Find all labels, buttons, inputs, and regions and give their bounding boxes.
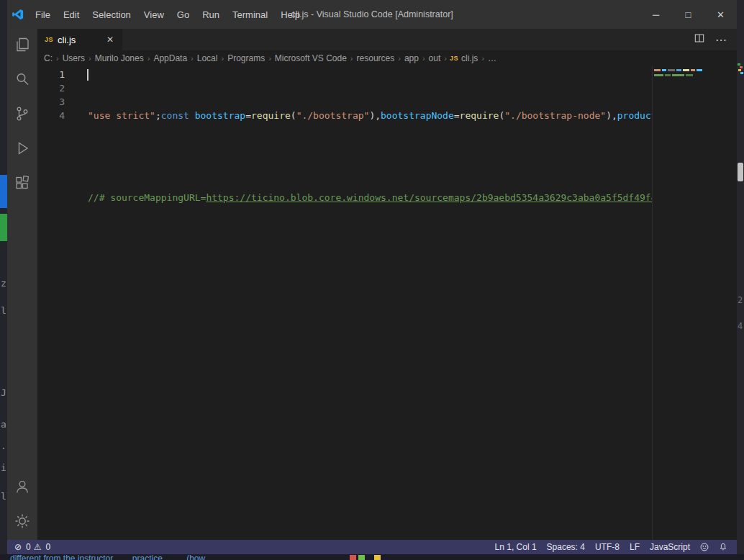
breadcrumb-file[interactable]: cli.js [461,53,478,63]
line-number-gutter: 1 2 3 4 [37,66,71,540]
background-speckle [740,72,743,74]
code-token: ( [291,110,296,121]
menu-selection[interactable]: Selection [86,6,137,23]
breadcrumb-item[interactable]: Microsoft VS Code [274,53,348,63]
breadcrumb-item[interactable]: Local [196,53,219,63]
sourcemap-url-link[interactable]: https://ticino.blob.core.windows.net/sou… [206,192,662,203]
menu-help[interactable]: Help [274,6,307,23]
chevron-right-icon: › [481,54,484,63]
source-control-button[interactable] [7,98,37,132]
code-line-2 [88,150,737,163]
menu-run[interactable]: Run [196,6,226,23]
tab-bar: JS cli.js ✕ ⋯ [37,29,737,50]
language-mode-status[interactable]: JavaScript [645,542,695,552]
cursor-position-status[interactable]: Ln 1, Col 1 [490,542,542,552]
line-number: 3 [37,95,65,109]
breadcrumb-item[interactable]: C: [43,53,53,63]
line-number: 1 [37,68,65,81]
background-text-fragment: l [1,305,7,316]
minimap[interactable] [652,66,737,540]
line-number: 4 [37,109,65,122]
title-bar: File Edit Selection View Go Run Terminal… [7,0,737,29]
background-window-left-sliver: z l J a . i ll [0,0,7,554]
code-line-4 [88,232,737,245]
close-button[interactable]: ✕ [704,0,737,29]
minimize-button[interactable]: ─ [640,0,672,29]
code-token: "./bootstrap-node" [504,110,606,121]
search-icon [14,71,31,91]
search-button[interactable] [7,63,37,98]
breadcrumb-item[interactable]: resources [356,53,396,63]
breadcrumb-item[interactable]: Users [62,53,86,63]
feedback-smiley-icon[interactable] [695,542,714,552]
background-color-swatch [358,555,365,560]
background-color-swatch [350,555,356,560]
chevron-right-icon: › [444,54,447,63]
chevron-right-icon: › [398,54,401,63]
more-actions-icon[interactable]: ⋯ [715,33,727,47]
menu-file[interactable]: File [29,6,57,23]
tab-close-icon[interactable]: ✕ [105,33,115,46]
editor-column: JS cli.js ✕ ⋯ C: › Users › Murilo Jones [37,29,737,540]
code-token: //# sourceMappingURL= [88,192,206,203]
breadcrumb-overflow[interactable]: … [487,53,497,63]
chevron-right-icon: › [422,54,425,63]
settings-button[interactable] [7,505,37,540]
error-icon: ⊘ [14,542,22,552]
chevron-right-icon: › [191,54,194,63]
split-editor-icon[interactable] [694,32,705,47]
background-scrollbar-thumb [738,163,743,181]
breadcrumb-item[interactable]: AppData [153,53,188,63]
background-window-bottom-sliver: different from the instructor practice (… [0,554,744,560]
window-controls: ─ □ ✕ [640,0,737,29]
accounts-button[interactable] [7,471,37,505]
screen: z l J a . i ll 2 4 File Edit Selection V… [0,0,744,560]
line-number: 2 [37,81,65,95]
encoding-status[interactable]: UTF-8 [590,542,625,552]
chevron-right-icon: › [89,54,91,63]
vscode-window: File Edit Selection View Go Run Terminal… [7,0,737,554]
extensions-button[interactable] [7,167,37,202]
breadcrumb-item[interactable]: Programs [227,53,266,63]
menu-go[interactable]: Go [171,6,196,23]
source-control-icon [14,105,31,125]
chevron-right-icon: › [148,54,150,63]
activity-bar [7,29,37,540]
breadcrumb-item[interactable]: Murilo Jones [94,53,145,63]
notifications-bell-icon[interactable] [714,542,732,552]
chevron-right-icon: › [56,54,59,63]
run-debug-button[interactable] [7,132,37,167]
code-content[interactable]: "use strict";const bootstrap=require("./… [71,66,737,540]
tab-cli-js[interactable]: JS cli.js ✕ [37,29,122,50]
background-blue-block [0,175,7,208]
breadcrumb-item[interactable]: app [404,53,419,63]
code-editor[interactable]: 1 2 3 4 "use strict";const bootstrap=req… [37,66,737,540]
menu-terminal[interactable]: Terminal [226,6,274,23]
javascript-file-icon: JS [450,55,458,62]
background-text-fragment: a [1,419,7,430]
files-icon [14,36,31,56]
main-area: JS cli.js ✕ ⋯ C: › Users › Murilo Jones [7,29,737,540]
account-icon [14,478,31,498]
tab-label: cli.js [58,35,76,45]
background-text-fragment: J [1,387,7,398]
code-token: const [161,110,189,121]
javascript-file-icon: JS [45,36,53,43]
code-token: ; [155,110,161,121]
chevron-right-icon: › [268,54,271,63]
vscode-logo-icon[interactable] [7,8,29,21]
maximize-button[interactable]: □ [672,0,704,29]
indentation-status[interactable]: Spaces: 4 [542,542,590,552]
explorer-button[interactable] [7,29,37,63]
code-token: bootstrapNode [381,110,454,121]
run-debug-icon [14,140,31,160]
problems-status[interactable]: ⊘ 0 ⚠ 0 [12,542,50,552]
menu-edit[interactable]: Edit [57,6,86,23]
menu-view[interactable]: View [137,6,171,23]
error-count: 0 [26,542,31,552]
code-token: require [460,110,499,121]
eol-status[interactable]: LF [625,542,645,552]
chevron-right-icon: › [350,54,353,63]
code-token: require [251,110,291,121]
breadcrumb-item[interactable]: out [428,53,442,63]
